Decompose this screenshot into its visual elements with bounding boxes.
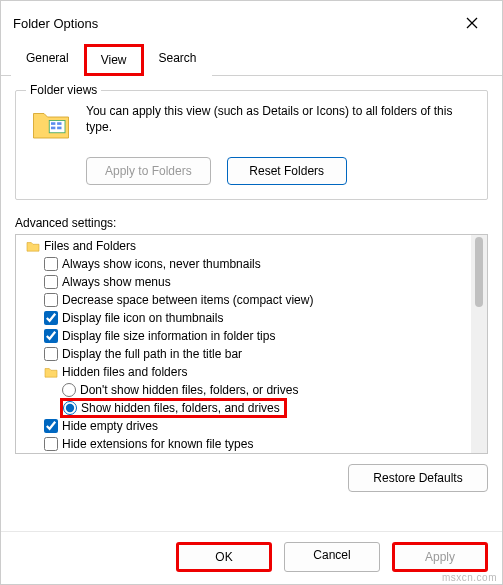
svg-rect-4: [57, 122, 61, 125]
checkbox-file-size-tips[interactable]: [44, 329, 58, 343]
tree-item[interactable]: Always show icons, never thumbnails: [20, 255, 471, 273]
tree-item[interactable]: Display the full path in the title bar: [20, 345, 471, 363]
folder-icon: [44, 366, 58, 378]
tree-item[interactable]: Decrease space between items (compact vi…: [20, 291, 471, 309]
radio-dont-show-hidden[interactable]: [62, 383, 76, 397]
checkbox-full-path-title[interactable]: [44, 347, 58, 361]
scrollbar-thumb[interactable]: [475, 237, 483, 307]
tree-item[interactable]: Show hidden files, folders, and drives: [20, 399, 471, 417]
tree-list: Files and Folders Always show icons, nev…: [16, 235, 471, 453]
tree-item-label: Show hidden files, folders, and drives: [81, 401, 280, 415]
tree-item-label: Display file size information in folder …: [62, 329, 275, 343]
tree-item[interactable]: Display file size information in folder …: [20, 327, 471, 345]
tree-item-label: Hide extensions for known file types: [62, 437, 253, 451]
tree-item[interactable]: Hide extensions for known file types: [20, 435, 471, 453]
checkbox-compact-view[interactable]: [44, 293, 58, 307]
ok-button[interactable]: OK: [176, 542, 272, 572]
svg-rect-5: [51, 127, 55, 130]
tree-root-label: Files and Folders: [44, 239, 136, 253]
svg-rect-3: [51, 122, 55, 125]
tree-scrollbar[interactable]: [471, 235, 487, 453]
tree-item-label: Always show icons, never thumbnails: [62, 257, 261, 271]
dialog-button-row: OK Cancel Apply: [1, 531, 502, 584]
folder-views-label: Folder views: [26, 83, 101, 97]
tree-folder-root: Files and Folders: [20, 237, 471, 255]
highlighted-option: Show hidden files, folders, and drives: [60, 398, 287, 418]
svg-rect-6: [57, 127, 61, 130]
reset-folders-button[interactable]: Reset Folders: [227, 157, 347, 185]
tree-item-label: Hide empty drives: [62, 419, 158, 433]
tree-folder-hidden: Hidden files and folders: [20, 363, 471, 381]
folder-view-icon: [30, 103, 72, 145]
checkbox-hide-extensions[interactable]: [44, 437, 58, 451]
tree-item[interactable]: Display file icon on thumbnails: [20, 309, 471, 327]
dialog-title: Folder Options: [13, 16, 98, 31]
tree-item-label: Don't show hidden files, folders, or dri…: [80, 383, 298, 397]
radio-show-hidden[interactable]: [63, 401, 77, 415]
titlebar: Folder Options: [1, 1, 502, 43]
tree-item[interactable]: Hide empty drives: [20, 417, 471, 435]
tree-item-label: Display file icon on thumbnails: [62, 311, 223, 325]
tab-strip: General View Search: [1, 43, 502, 76]
restore-defaults-button[interactable]: Restore Defaults: [348, 464, 488, 492]
advanced-settings-label: Advanced settings:: [15, 216, 488, 230]
tree-item-label: Always show menus: [62, 275, 171, 289]
checkbox-always-icons[interactable]: [44, 257, 58, 271]
close-icon: [466, 17, 478, 29]
checkbox-always-menus[interactable]: [44, 275, 58, 289]
close-button[interactable]: [454, 9, 490, 37]
apply-to-folders-button: Apply to Folders: [86, 157, 211, 185]
tab-content: Folder views You can apply this view (su…: [1, 76, 502, 531]
tab-view[interactable]: View: [84, 44, 144, 76]
checkbox-hide-empty-drives[interactable]: [44, 419, 58, 433]
advanced-settings-tree: Files and Folders Always show icons, nev…: [15, 234, 488, 454]
folder-icon: [26, 240, 40, 252]
folder-views-text: You can apply this view (such as Details…: [86, 103, 473, 145]
folder-views-group: Folder views You can apply this view (su…: [15, 90, 488, 200]
tree-item[interactable]: Always show menus: [20, 273, 471, 291]
tree-item[interactable]: Don't show hidden files, folders, or dri…: [20, 381, 471, 399]
watermark: msxcn.com: [442, 572, 497, 583]
tree-item-label: Decrease space between items (compact vi…: [62, 293, 313, 307]
apply-button: Apply: [392, 542, 488, 572]
tab-search[interactable]: Search: [144, 44, 212, 76]
tab-general[interactable]: General: [11, 44, 84, 76]
checkbox-file-icon-thumb[interactable]: [44, 311, 58, 325]
tree-folder-label: Hidden files and folders: [62, 365, 187, 379]
tree-item-label: Display the full path in the title bar: [62, 347, 242, 361]
folder-options-dialog: Folder Options General View Search Folde…: [0, 0, 503, 585]
cancel-button[interactable]: Cancel: [284, 542, 380, 572]
